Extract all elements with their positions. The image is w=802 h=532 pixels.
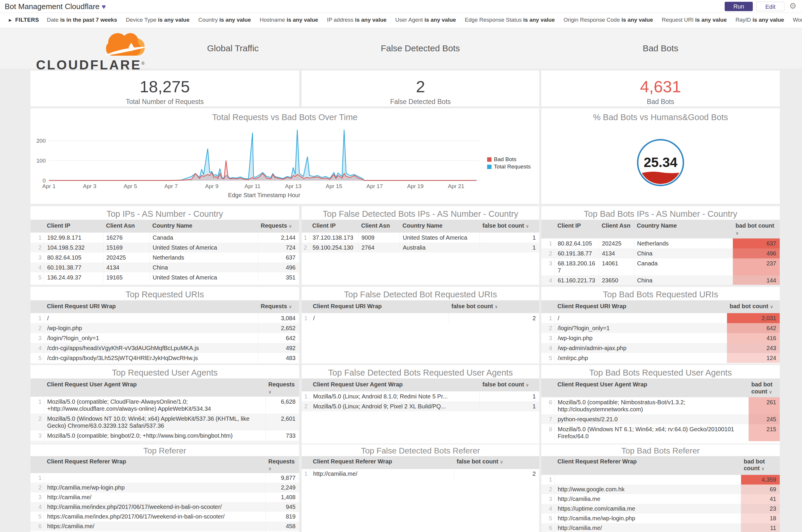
- column-header[interactable]: Client IP: [309, 220, 358, 233]
- column-header[interactable]: Client Request URI Wrap: [44, 300, 258, 313]
- filter-item[interactable]: Edge Response Status is any value: [465, 17, 555, 23]
- filter-condition: is any value: [424, 17, 456, 23]
- table-cell: 23650: [599, 276, 634, 285]
- column-header[interactable]: Country Name: [634, 220, 732, 239]
- table-cell: /login/?login_only=1: [44, 333, 258, 343]
- filter-item[interactable]: RayID is any value: [736, 17, 784, 23]
- column-header[interactable]: Client Request User Agent Wrap: [44, 379, 265, 397]
- sorted-column-header[interactable]: bad bot count ∨: [727, 300, 780, 313]
- filter-item[interactable]: Device Type is any value: [126, 17, 190, 23]
- table-cell: http://camilia.me/index.php/2017/06/17/w…: [44, 502, 265, 512]
- table-cell: http://camilia.me: [554, 494, 741, 504]
- row-number: 3: [31, 333, 44, 343]
- sorted-column-header[interactable]: Requests ∨: [265, 379, 299, 397]
- table-cell: Mozilla/5.0 (Windows NT 10.0; Win64; x64…: [44, 414, 265, 431]
- sort-desc-icon: ∨: [289, 304, 292, 309]
- sort-desc-icon: ∨: [526, 224, 529, 228]
- filter-item[interactable]: Date is in the past 7 weeks: [47, 17, 117, 23]
- table-cell: http://camilia.me/: [44, 492, 265, 502]
- filter-item[interactable]: Country is any value: [198, 17, 251, 23]
- section-title-bad-bots: Bad Bots: [643, 43, 679, 53]
- row-number-header: [302, 220, 309, 233]
- row-number: 3: [541, 333, 554, 343]
- filter-item[interactable]: Request URI is any value: [662, 17, 727, 23]
- table-row: 2104.198.5.23215169United States of Amer…: [31, 243, 299, 252]
- value-cell: 1: [479, 392, 539, 401]
- table-cell: Mozilla/5.0 (Windows NT 6.1; Win64; x64;…: [554, 424, 748, 441]
- filters-expand-icon[interactable]: ▶: [9, 18, 12, 22]
- sorted-column-header[interactable]: Requests ∨: [258, 300, 299, 313]
- timeseries-chart-card: Total Requests vs Bad Bots Over Time 010…: [31, 108, 539, 204]
- row-number: 1: [541, 475, 554, 484]
- table-row: 461.160.221.7323650China144: [541, 276, 780, 285]
- filter-field: Date: [47, 17, 60, 23]
- run-button[interactable]: Run: [725, 2, 753, 11]
- table-row: 2Mozilla/5.0 (Windows NT 10.0; Win64; x6…: [31, 414, 299, 431]
- edit-button[interactable]: Edit: [756, 2, 784, 11]
- table-title: Top False Detected Bot Requested URIs: [302, 287, 539, 300]
- column-header[interactable]: Client IP: [554, 220, 599, 239]
- column-header[interactable]: Client Request URI Wrap: [554, 300, 727, 313]
- sorted-column-header[interactable]: false bot count ∨: [448, 300, 539, 313]
- sorted-column-header[interactable]: Requests ∨: [265, 456, 299, 473]
- sorted-column-header[interactable]: false bot count ∨: [479, 379, 539, 392]
- table-row: 4 681: [31, 441, 299, 443]
- filter-item[interactable]: Hostname is any value: [260, 17, 319, 23]
- series-line: [49, 130, 477, 180]
- table-row: 2http://camilia.me/wp-login.php2,249: [31, 483, 299, 492]
- column-header[interactable]: Client Request User Agent Wrap: [310, 379, 479, 392]
- gauge-title: % Bad Bots vs Humans&Good Bots: [541, 113, 780, 122]
- value-cell: 2,249: [265, 483, 299, 492]
- filter-item[interactable]: Origin Response Code is any value: [564, 17, 653, 23]
- filters-label[interactable]: FILTERS: [15, 17, 39, 23]
- table-cell: [554, 475, 741, 484]
- row-number: 2: [302, 401, 310, 411]
- sorted-column-header[interactable]: false bot count ∨: [479, 220, 539, 233]
- table-header-row: Client IPClient AsnCountry NameRequests …: [31, 220, 299, 233]
- value-cell: 642: [727, 323, 780, 333]
- row-number: 1: [31, 397, 44, 414]
- table-cell: /: [44, 313, 258, 323]
- table-row: 3/wp-login.php416: [541, 333, 780, 343]
- row-number: 4: [541, 504, 554, 514]
- column-header[interactable]: Client Request Referer Wrap: [44, 456, 265, 473]
- value-cell: 458: [265, 521, 299, 531]
- filter-item[interactable]: Worker Subrequest is...: [793, 17, 802, 23]
- table-false-bot-referers: Top False Detected Bots RefererClient Re…: [302, 444, 539, 532]
- column-header[interactable]: Client Asn: [358, 220, 400, 233]
- sorted-column-header[interactable]: false bot count ∨: [454, 456, 539, 469]
- column-header[interactable]: Country Name: [149, 220, 258, 233]
- sorted-column-header[interactable]: bad bot count ∨: [732, 220, 780, 239]
- sorted-column-header[interactable]: bad bot count ∨: [748, 379, 780, 397]
- table-cell: 59.100.254.130: [309, 243, 358, 252]
- legend-label: Total Requests: [494, 164, 531, 170]
- column-header[interactable]: Client Asn: [599, 220, 634, 239]
- column-header[interactable]: Client Request User Agent Wrap: [554, 379, 748, 397]
- column-header[interactable]: Client Request URI Wrap: [310, 300, 448, 313]
- table-cell: 192.99.8.171: [44, 233, 103, 243]
- sorted-column-header[interactable]: Requests ∨: [258, 220, 299, 233]
- filter-condition: is any value: [523, 17, 555, 23]
- table-header-row: Client Request Referer Wrapbad bot count…: [541, 456, 780, 475]
- filter-item[interactable]: IP address is any value: [327, 17, 387, 23]
- column-header[interactable]: Country Name: [400, 220, 479, 233]
- chart-title: Total Requests vs Bad Bots Over Time: [31, 113, 539, 122]
- filter-field: Hostname: [260, 17, 287, 23]
- filter-item[interactable]: User Agent is any value: [396, 17, 456, 23]
- value-cell: 2: [454, 469, 539, 479]
- sort-desc-icon: ∨: [268, 466, 271, 471]
- table-cell: /: [310, 313, 448, 323]
- sorted-column-header[interactable]: bad bot count ∨: [741, 456, 780, 475]
- table-title: Top Bad Bots Referer: [541, 444, 780, 456]
- column-header[interactable]: Client Request Referer Wrap: [554, 456, 741, 475]
- column-header[interactable]: Client IP: [44, 220, 103, 233]
- table-row: 1 4,359: [541, 475, 780, 484]
- kpi-label: Bad Bots: [541, 98, 780, 106]
- x-tick-label: Apr 11: [245, 183, 261, 189]
- table-cell: 37.120.138.173: [309, 233, 358, 243]
- row-number: 2: [31, 483, 44, 492]
- column-header[interactable]: Client Asn: [103, 220, 149, 233]
- gear-icon[interactable]: ⚙: [789, 1, 797, 11]
- column-header[interactable]: Client Request Referer Wrap: [310, 456, 454, 469]
- header-band: CLOUDFLARE® Global Traffic False Detecte…: [0, 28, 802, 69]
